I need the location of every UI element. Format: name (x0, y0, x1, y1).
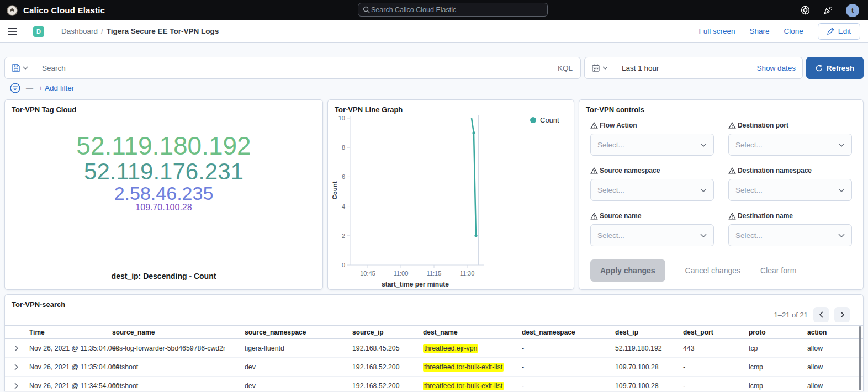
query-bar: KQL Last 1 hour Show dates Refresh (4, 57, 864, 79)
select-placeholder: Select... (597, 231, 700, 240)
panel-title: Tor-VPN controls (579, 100, 863, 114)
field-label-text: Destination port (738, 121, 788, 129)
clone-button[interactable]: Clone (784, 27, 803, 35)
controls-panel: Tor-VPN controls Flow ActionSelect...Des… (579, 99, 864, 290)
prev-page-button[interactable] (813, 307, 829, 322)
divider (52, 20, 52, 42)
chevron-down-icon (838, 234, 845, 237)
expand-row-icon[interactable] (5, 345, 29, 352)
select-input[interactable]: Select... (728, 179, 852, 201)
menu-icon[interactable] (8, 28, 17, 35)
column-header: source_name (112, 329, 245, 336)
expand-row-icon[interactable] (5, 383, 29, 389)
space-badge[interactable]: D (33, 26, 44, 37)
show-dates-button[interactable]: Show dates (756, 64, 802, 72)
svg-text:11:30: 11:30 (460, 270, 475, 277)
table-scrollbar[interactable] (859, 326, 861, 390)
legend-item-count[interactable]: Count (530, 116, 559, 124)
saved-query-menu[interactable] (5, 57, 35, 78)
add-filter-button[interactable]: + Add filter (39, 84, 74, 92)
full-screen-button[interactable]: Full screen (698, 27, 735, 35)
newsfeed-icon[interactable] (823, 6, 833, 15)
control-field: Source nameSelect... (590, 212, 714, 246)
warning-icon (590, 167, 598, 174)
edit-button[interactable]: Edit (818, 23, 860, 40)
select-input[interactable]: Select... (590, 179, 714, 201)
cell-source_ip: 192.168.52.200 (352, 363, 423, 371)
select-input[interactable]: Select... (728, 134, 852, 156)
filter-menu-icon[interactable] (10, 83, 20, 93)
tag-cloud-word[interactable]: 109.70.100.28 (135, 203, 192, 213)
apply-changes-button[interactable]: Apply changes (590, 259, 665, 282)
save-icon (12, 64, 20, 72)
column-header: dest_port (683, 329, 749, 336)
dashboard-app: Calico Cloud Elastic t D Dashboard (0, 0, 868, 392)
svg-text:6: 6 (342, 173, 345, 180)
select-input[interactable]: Select... (590, 224, 714, 246)
select-input[interactable]: Select... (590, 134, 714, 156)
chevron-right-icon (840, 311, 845, 318)
cell-action: allow (807, 363, 863, 371)
warning-icon (728, 167, 736, 174)
cancel-changes-button[interactable]: Cancel changes (685, 266, 740, 275)
global-search-input[interactable] (370, 6, 543, 14)
table-header-row: Timesource_namesource_namespacesource_ip… (5, 325, 863, 339)
edit-button-label: Edit (838, 27, 851, 35)
cell-source_name: netshoot (112, 382, 245, 390)
highlighted-value: threatfeed.ejr-vpn (423, 344, 478, 353)
brand[interactable]: Calico Cloud Elastic (7, 5, 105, 16)
column-header: dest_name (423, 329, 522, 336)
cell-proto: icmp (749, 382, 807, 390)
kql-search-input[interactable] (35, 64, 550, 72)
time-range-value[interactable]: Last 1 hour (615, 64, 756, 72)
svg-text:start_time per minute: start_time per minute (382, 280, 449, 288)
svg-text:10:45: 10:45 (360, 270, 375, 277)
field-label: Destination name (728, 212, 852, 220)
clear-form-button[interactable]: Clear form (760, 266, 796, 275)
tag-cloud-word[interactable]: 52.119.176.231 (84, 160, 244, 184)
next-page-button[interactable] (834, 307, 850, 322)
highlighted-value: threatfeed.tor-bulk-exit-list (423, 382, 504, 390)
field-label: Destination namespace (728, 167, 852, 174)
help-icon[interactable] (801, 6, 810, 15)
global-search[interactable] (358, 3, 548, 17)
control-field: Destination portSelect... (728, 121, 852, 156)
refresh-button-label: Refresh (827, 64, 854, 72)
select-placeholder: Select... (735, 231, 838, 240)
kql-toggle[interactable]: KQL (550, 64, 580, 72)
date-quick-menu[interactable] (585, 57, 615, 78)
tag-cloud-word[interactable]: 52.119.180.192 (76, 133, 251, 160)
cell-dest_ip: 109.70.100.28 (615, 382, 683, 390)
column-header: source_ip (352, 329, 423, 336)
select-input[interactable]: Select... (728, 224, 852, 246)
tag-cloud-word[interactable]: 2.58.46.235 (114, 184, 214, 203)
table-row: Nov 26, 2021 @ 11:35:04.000eks-log-forwa… (5, 339, 863, 358)
cell-dest_ip: 52.119.180.192 (615, 345, 683, 352)
field-label: Source name (590, 212, 714, 220)
query-input-box: KQL (4, 57, 581, 79)
chevron-down-icon (700, 234, 707, 237)
panel-title: Tor-VPN Tag Cloud (5, 100, 322, 114)
warning-icon (728, 213, 736, 220)
cell-source_namespace: dev (245, 363, 352, 371)
column-header: source_namespace (245, 329, 352, 336)
top-header-bar: Calico Cloud Elastic t (0, 0, 868, 20)
cell-time: Nov 26, 2021 @ 11:34:54.000 (29, 382, 112, 390)
breadcrumb: Dashboard / Tigera Secure EE Tor-VPN Log… (61, 27, 219, 35)
cell-dest_namespace: - (522, 363, 615, 371)
cell-proto: icmp (749, 363, 807, 371)
breadcrumb-dashboard[interactable]: Dashboard (61, 27, 98, 35)
control-field: Flow ActionSelect... (590, 121, 714, 156)
cell-dest_port: - (683, 363, 749, 371)
field-label: Flow Action (590, 121, 714, 129)
expand-row-icon[interactable] (5, 364, 29, 370)
cell-dest_namespace: - (522, 345, 615, 352)
log-table: Timesource_namesource_namespacesource_ip… (5, 325, 863, 391)
field-label-text: Source name (600, 212, 641, 220)
controls-buttons: Apply changes Cancel changes Clear form (579, 246, 863, 282)
highlighted-value: threatfeed.tor-bulk-exit-list (423, 363, 504, 372)
refresh-button[interactable]: Refresh (806, 57, 864, 79)
share-button[interactable]: Share (749, 27, 769, 35)
app-title: Calico Cloud Elastic (23, 6, 105, 15)
user-avatar[interactable]: t (846, 4, 859, 17)
